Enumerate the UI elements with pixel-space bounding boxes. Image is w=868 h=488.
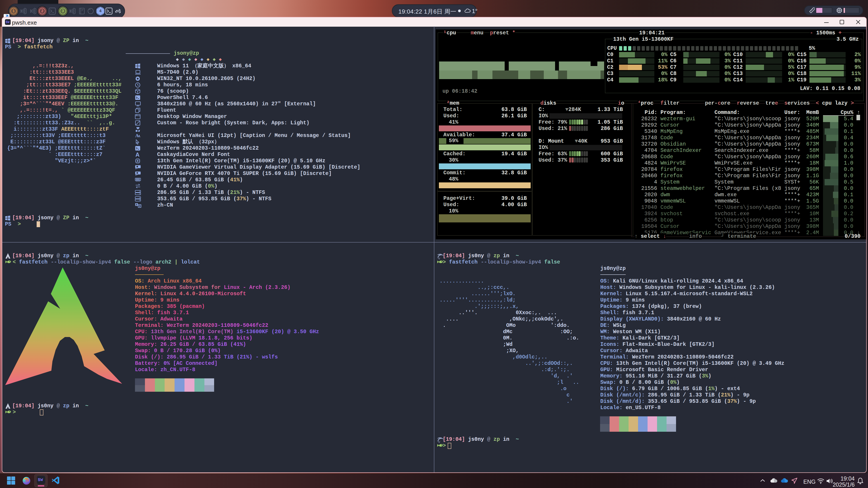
svg-text:A: A — [135, 152, 140, 157]
svg-text:A: A — [138, 134, 141, 138]
svg-text:A: A — [136, 203, 137, 206]
